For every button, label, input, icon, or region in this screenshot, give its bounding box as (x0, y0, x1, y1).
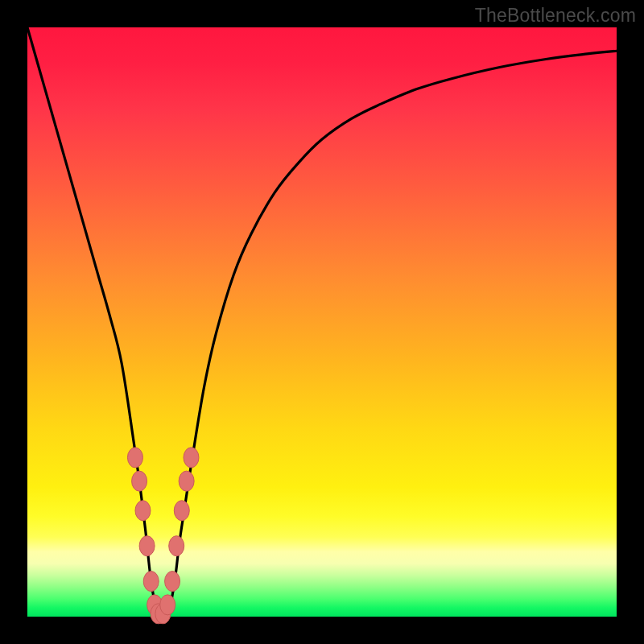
curve-marker (143, 572, 159, 592)
curve-marker (169, 536, 184, 556)
bottleneck-curve (27, 27, 617, 614)
curve-marker (174, 501, 189, 521)
chart-frame: TheBottleneck.com (0, 0, 644, 644)
watermark-text: TheBottleneck.com (475, 5, 636, 27)
curve-layer (27, 27, 617, 617)
curve-marker (135, 501, 151, 521)
curve-marker (165, 572, 180, 592)
curve-markers (127, 448, 199, 624)
curve-marker (179, 471, 194, 491)
curve-marker (160, 595, 175, 615)
curve-marker (139, 536, 155, 556)
curve-marker (132, 471, 147, 491)
plot-area (27, 27, 617, 617)
notch-curve (27, 27, 617, 614)
curve-marker (127, 448, 142, 468)
curve-marker (184, 448, 199, 468)
